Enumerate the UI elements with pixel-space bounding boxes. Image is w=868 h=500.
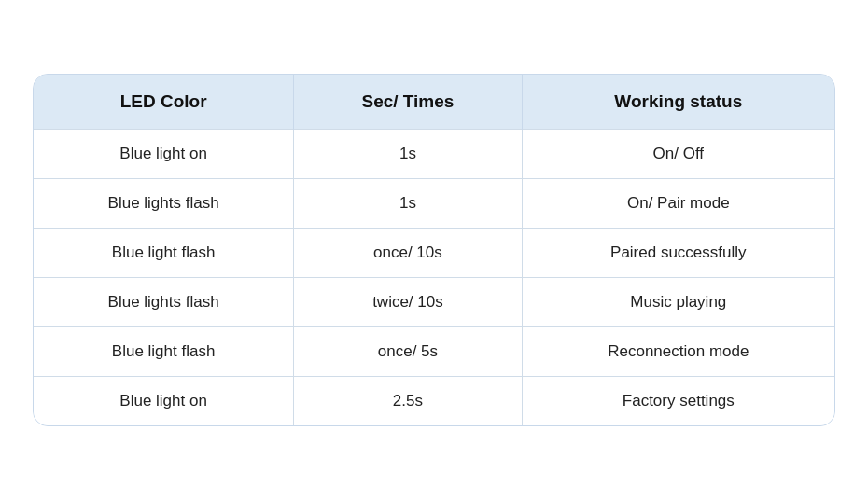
cell-sec-times: once/ 5s <box>294 327 522 377</box>
cell-working-status: Music playing <box>522 278 834 327</box>
cell-sec-times: 2.5s <box>294 377 522 426</box>
table-row: Blue light flashonce/ 5sReconnection mod… <box>34 327 834 377</box>
table-header-row: LED Color Sec/ Times Working status <box>34 75 834 130</box>
cell-led-color: Blue light on <box>34 130 294 179</box>
table-row: Blue light flashonce/ 10sPaired successf… <box>34 229 834 278</box>
table-row: Blue lights flashtwice/ 10sMusic playing <box>34 278 834 327</box>
cell-led-color: Blue lights flash <box>34 278 294 327</box>
header-working-status: Working status <box>522 75 834 130</box>
cell-working-status: Paired successfully <box>522 229 834 278</box>
cell-sec-times: twice/ 10s <box>294 278 522 327</box>
table-row: Blue light on1sOn/ Off <box>34 130 834 179</box>
table-row: Blue lights flash1sOn/ Pair mode <box>34 179 834 229</box>
table-row: Blue light on2.5sFactory settings <box>34 377 834 426</box>
led-status-table: LED Color Sec/ Times Working status Blue… <box>33 74 835 426</box>
cell-sec-times: once/ 10s <box>294 229 522 278</box>
header-led-color: LED Color <box>34 75 294 130</box>
cell-sec-times: 1s <box>294 130 522 179</box>
header-sec-times: Sec/ Times <box>294 75 522 130</box>
cell-led-color: Blue light flash <box>34 327 294 377</box>
cell-working-status: On/ Pair mode <box>522 179 834 229</box>
cell-led-color: Blue lights flash <box>34 179 294 229</box>
cell-sec-times: 1s <box>294 179 522 229</box>
cell-working-status: Reconnection mode <box>522 327 834 377</box>
cell-working-status: Factory settings <box>522 377 834 426</box>
cell-working-status: On/ Off <box>522 130 834 179</box>
cell-led-color: Blue light on <box>34 377 294 426</box>
cell-led-color: Blue light flash <box>34 229 294 278</box>
